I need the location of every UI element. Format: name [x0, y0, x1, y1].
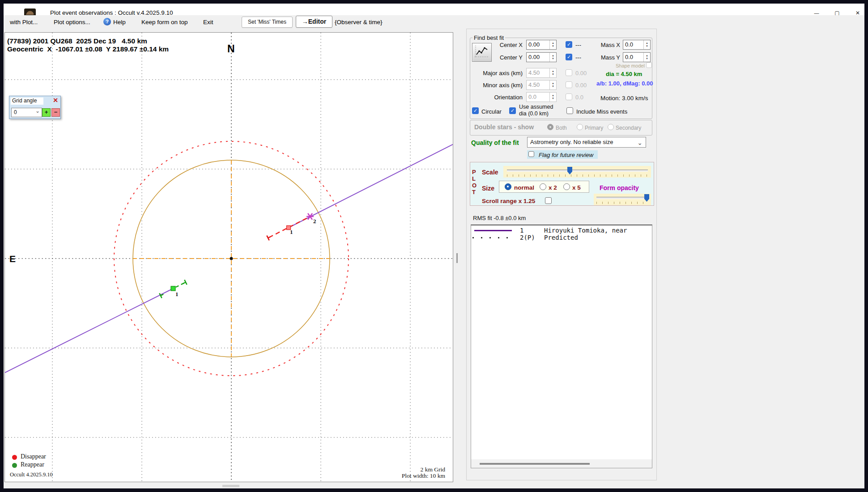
- title-bar: Plot event observations : Occult v.4.202…: [4, 4, 864, 15]
- double-primary-radio: [577, 124, 583, 130]
- track-line-2: [289, 144, 453, 228]
- orientation-label: Orientation: [478, 94, 523, 101]
- observer-row-num[interactable]: 1: [520, 227, 523, 234]
- menu-help[interactable]: Help: [113, 19, 126, 25]
- major-axis-input: 4.50: [526, 68, 557, 78]
- center-dot: [230, 257, 233, 260]
- opacity-slider-track[interactable]: [596, 197, 648, 199]
- mass-y-input[interactable]: 0.0: [623, 52, 651, 62]
- minor-axis-spinner: [549, 81, 556, 89]
- grid-angle-title: Grid angle: [11, 98, 43, 105]
- diameter-text: dia = 4.50 km: [606, 71, 642, 77]
- disappear-dot-icon: [12, 455, 17, 460]
- center-crosshair: [5, 33, 453, 482]
- menu-plot-options[interactable]: Plot options...: [54, 19, 90, 25]
- observer-row-name[interactable]: Hiroyuki Tomioka, near: [544, 227, 627, 234]
- center-x-checkbox[interactable]: [566, 41, 572, 48]
- center-x-label: Center X: [491, 42, 523, 48]
- quality-label: Quality of the fit: [471, 139, 519, 146]
- predicted-dots-swatch: [472, 237, 514, 238]
- flag-review-checkbox[interactable]: [528, 151, 534, 157]
- menu-keep-on-top[interactable]: Keep form on top: [141, 19, 188, 25]
- mass-y-spinner[interactable]: [643, 53, 650, 62]
- plot-letter-o: O: [472, 182, 477, 189]
- fit-graph-button[interactable]: [472, 43, 492, 62]
- mass-x-spinner[interactable]: [643, 40, 650, 49]
- orientation-spinner: [549, 93, 556, 102]
- use-assumed-checkbox[interactable]: [509, 107, 516, 114]
- grid-angle-select[interactable]: 0: [11, 108, 42, 117]
- size-x2-radio[interactable]: [540, 183, 546, 190]
- legend-disappear: Disappear: [21, 453, 46, 460]
- ab-dmag-text: a/b: 1.00, dMag: 0.00: [596, 80, 653, 87]
- mass-x-input[interactable]: 0.0: [623, 40, 651, 50]
- reappear-dot-icon: [12, 463, 17, 468]
- plot-canvas[interactable]: 1 1 2 N E: [4, 32, 453, 482]
- version-label: Occult 4.2025.9.10: [10, 471, 53, 478]
- use-assumed-label-2: dia (0.0 km): [519, 110, 549, 117]
- grid-angle-plus-button[interactable]: +: [42, 108, 51, 117]
- plot-horizontal-scroll-stub[interactable]: [222, 485, 239, 487]
- center-y-spinner[interactable]: [549, 53, 556, 62]
- center-y-checkbox[interactable]: [566, 54, 572, 60]
- set-miss-times-button[interactable]: Set 'Miss' Times: [242, 17, 293, 28]
- use-assumed-label-1: Use assumed: [519, 104, 553, 110]
- double-primary-label: Primary: [585, 125, 603, 131]
- center-x-input[interactable]: 0.00: [526, 40, 557, 50]
- shape-model-checkbox: [646, 62, 652, 68]
- predicted-row-num[interactable]: 2(P): [520, 234, 535, 241]
- green-chord-label: 1: [175, 291, 179, 297]
- circular-checkbox[interactable]: [472, 107, 479, 114]
- menu-with-plot[interactable]: with Plot...: [10, 19, 38, 25]
- center-y-label: Center Y: [491, 54, 523, 61]
- size-x5-label[interactable]: x 5: [572, 184, 581, 191]
- form-opacity-label: Form opacity: [600, 184, 639, 191]
- reappear-point[interactable]: [171, 286, 175, 291]
- size-x2-label[interactable]: x 2: [549, 184, 557, 191]
- plot-width-note: Plot width: 10 km: [374, 472, 445, 479]
- plot-letter-l: L: [472, 175, 476, 182]
- scroll-range-checkbox[interactable]: [545, 197, 552, 204]
- double-both-radio: [547, 124, 553, 130]
- quality-select[interactable]: Astrometry only. No reliable size: [527, 137, 646, 148]
- grid-angle-minus-button[interactable]: −: [51, 108, 60, 117]
- help-icon[interactable]: [103, 18, 111, 25]
- size-x5-radio[interactable]: [563, 183, 570, 190]
- rms-fit-label: RMS fit -0.8 ±0.0 km: [473, 215, 526, 221]
- track-line-1: [5, 288, 173, 373]
- menu-bar: [4, 15, 864, 28]
- red-chord-label: 1: [290, 229, 293, 235]
- major-axis-label: Major axis (km): [478, 70, 523, 76]
- scroll-range-label: Scroll range x 1.25: [482, 198, 535, 204]
- minor-axis-err: 0.00: [575, 82, 587, 89]
- star-label: 2: [313, 218, 316, 225]
- observer-time-label[interactable]: {Observer & time}: [335, 19, 383, 25]
- find-best-fit-title: Find best fit: [472, 34, 505, 41]
- major-axis-spinner: [549, 68, 556, 77]
- plot-letter-p: P: [472, 169, 476, 175]
- plot-vertical-scroll-stub[interactable]: [456, 253, 458, 263]
- observer-list[interactable]: [471, 225, 652, 468]
- flag-review-label: Flag for future review: [539, 152, 593, 158]
- double-both-label: Both: [556, 125, 567, 131]
- major-axis-checkbox: [566, 69, 572, 76]
- mass-y-label: Mass Y: [593, 54, 620, 61]
- center-x-spinner[interactable]: [549, 40, 556, 49]
- star-marker-icon[interactable]: [306, 213, 314, 220]
- grid-angle-close-icon[interactable]: ✕: [53, 97, 58, 104]
- menu-exit[interactable]: Exit: [203, 19, 213, 25]
- include-miss-checkbox[interactable]: [566, 107, 573, 114]
- size-label: Size: [482, 185, 494, 192]
- predicted-row-name[interactable]: Predicted: [544, 234, 578, 241]
- scale-slider-track[interactable]: [507, 170, 648, 172]
- size-normal-radio[interactable]: [505, 183, 511, 190]
- editor-button[interactable]: →Editor: [296, 16, 332, 28]
- list-scrollbar-thumb[interactable]: [480, 463, 590, 465]
- grid-angle-box[interactable]: Grid angle ✕ 0 + −: [9, 96, 61, 119]
- major-axis-err: 0.00: [575, 70, 587, 76]
- center-y-input[interactable]: 0.00: [526, 52, 557, 62]
- size-normal-label[interactable]: normal: [514, 184, 534, 191]
- orientation-input: 0.0: [526, 92, 557, 102]
- red-chord-ticks: [267, 236, 270, 241]
- center-x-extra: ---: [575, 42, 581, 48]
